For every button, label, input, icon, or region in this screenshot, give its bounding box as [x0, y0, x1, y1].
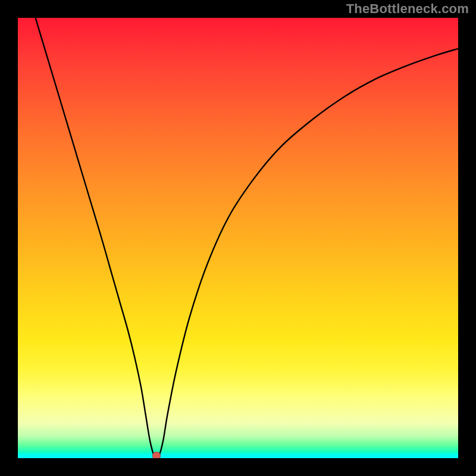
minimum-marker [152, 452, 161, 458]
watermark-text: TheBottleneck.com [346, 1, 469, 17]
chart-frame: TheBottleneck.com [0, 0, 476, 476]
bottleneck-curve [36, 18, 458, 458]
plot-area [18, 18, 458, 458]
curve-svg [18, 18, 458, 458]
